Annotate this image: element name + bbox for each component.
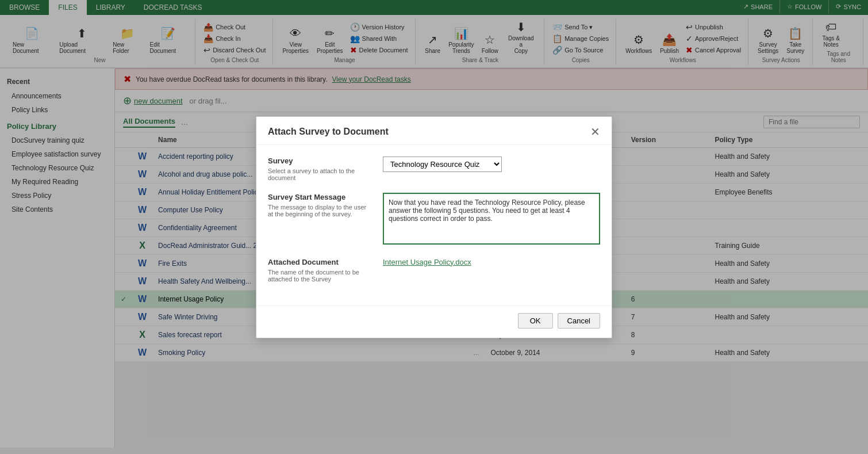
ok-button[interactable]: OK [518,313,553,329]
modal-overlay: Attach Survey to Document ✕ Survey Selec… [0,0,868,448]
start-msg-sublabel: The message to display to the user at th… [268,204,371,218]
attach-survey-modal: Attach Survey to Document ✕ Survey Selec… [256,116,612,338]
modal-start-msg-section: Survey Start Message The message to disp… [268,193,600,246]
survey-dropdown-wrapper: Technology Resource Quiz DocSurvey train… [383,157,600,172]
survey-section-label: Survey [268,157,371,165]
attached-doc-link[interactable]: Internet Usage Policy.docx [383,258,471,266]
start-message-textarea[interactable]: Now that you have read the Technology Re… [383,193,600,245]
start-msg-label: Survey Start Message [268,193,371,201]
modal-footer: OK Cancel [256,306,612,338]
attached-doc-label: Attached Document [268,258,371,266]
survey-section-sublabel: Select a survey to attach to the documen… [268,167,371,181]
modal-attached-doc-section: Attached Document The name of the docume… [268,258,600,283]
cancel-button[interactable]: Cancel [558,313,600,329]
modal-close-button[interactable]: ✕ [590,126,600,138]
modal-body: Survey Select a survey to attach to the … [256,145,612,306]
attached-doc-sublabel: The name of the document to be attached … [268,269,371,283]
modal-title: Attach Survey to Document [268,127,389,137]
survey-select[interactable]: Technology Resource Quiz DocSurvey train… [383,157,502,172]
modal-survey-section: Survey Select a survey to attach to the … [268,157,600,181]
modal-header: Attach Survey to Document ✕ [256,117,612,145]
